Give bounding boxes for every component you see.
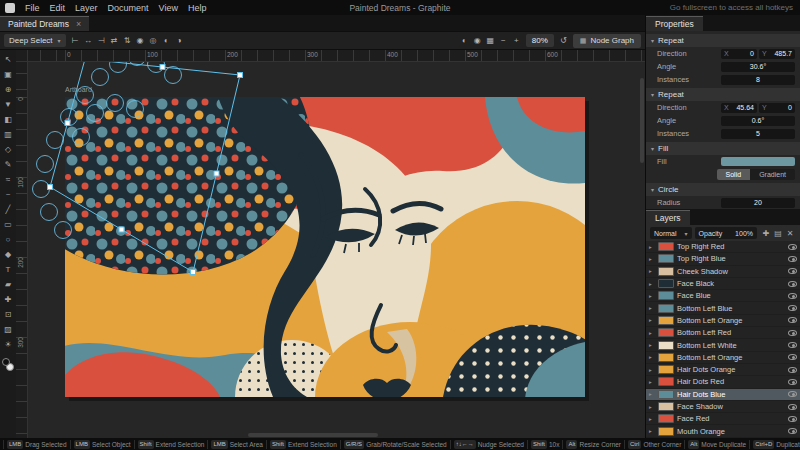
layer-visibility-icon[interactable]: [788, 293, 797, 299]
app-logo-icon[interactable]: [5, 3, 15, 13]
path-tool[interactable]: ◇: [1, 142, 15, 157]
layer-row[interactable]: ▸ Bottom Left White: [646, 339, 800, 351]
zoom-in-icon[interactable]: +: [510, 34, 523, 47]
tab-close-icon[interactable]: ×: [76, 20, 81, 29]
layer-expand-icon[interactable]: ▸: [649, 330, 655, 336]
section-header-circle[interactable]: ▾ Circle: [646, 183, 800, 196]
artboard-tool[interactable]: ▣: [1, 67, 15, 82]
layer-expand-icon[interactable]: ▸: [649, 404, 655, 410]
repeat2-direction-x-input[interactable]: X 45.64: [721, 103, 757, 113]
layer-visibility-icon[interactable]: [788, 305, 797, 311]
layer-visibility-icon[interactable]: [788, 281, 797, 287]
menu-item[interactable]: Help: [183, 0, 212, 15]
layer-expand-icon[interactable]: ▸: [649, 244, 655, 250]
layer-expand-icon[interactable]: ▸: [649, 317, 655, 323]
overlays-toggle-icon[interactable]: ◉: [471, 34, 484, 47]
layer-visibility-icon[interactable]: [788, 416, 797, 422]
relight-tool[interactable]: ☀: [1, 337, 15, 352]
ellipse-tool[interactable]: ○: [1, 232, 15, 247]
polygon-tool[interactable]: ◆: [1, 247, 15, 262]
boolean-subtract-icon[interactable]: ◎: [147, 34, 160, 47]
spline-tool[interactable]: ~: [1, 187, 15, 202]
canvas-viewport[interactable]: Artboard: [28, 62, 645, 438]
layer-expand-icon[interactable]: ▸: [649, 305, 655, 311]
navigate-tool[interactable]: ⊕: [1, 82, 15, 97]
layer-expand-icon[interactable]: ▸: [649, 428, 655, 434]
menu-item[interactable]: Layer: [70, 0, 103, 15]
color-swatches[interactable]: [1, 357, 15, 373]
fill-color-swatch[interactable]: [721, 157, 795, 166]
layer-row[interactable]: ▸ Bottom Left Orange: [646, 352, 800, 364]
align-right-icon[interactable]: ⊣: [95, 34, 108, 47]
repeat2-angle-input[interactable]: 0.6°: [721, 116, 795, 126]
rectangle-tool[interactable]: ▭: [1, 217, 15, 232]
flip-vertical-icon[interactable]: ⇅: [121, 34, 134, 47]
section-header-repeat-2[interactable]: ▾ Repeat: [646, 88, 800, 101]
new-folder-icon[interactable]: ▤: [772, 227, 784, 239]
selection-mode-dropdown[interactable]: Deep Select ▾: [4, 34, 66, 47]
viewport-horizontal-scrollbar[interactable]: [248, 433, 378, 437]
layer-row[interactable]: ▸ Cheek Shadow: [646, 266, 800, 278]
align-center-horizontal-icon[interactable]: ↔: [82, 34, 95, 47]
patch-tool[interactable]: ▨: [1, 322, 15, 337]
layer-visibility-icon[interactable]: [788, 317, 797, 323]
boolean-intersect-icon[interactable]: ◐: [160, 34, 173, 47]
layer-visibility-icon[interactable]: [788, 342, 797, 348]
rotate-reset-icon[interactable]: ↺: [557, 34, 570, 47]
layer-expand-icon[interactable]: ▸: [649, 367, 655, 373]
layer-row[interactable]: ▸ Hair Dots Blue: [646, 389, 800, 401]
layer-visibility-icon[interactable]: [788, 367, 797, 373]
layer-visibility-icon[interactable]: [788, 428, 797, 434]
layer-row[interactable]: ▸ Bottom Left Orange: [646, 315, 800, 327]
menu-item[interactable]: View: [154, 0, 183, 15]
layer-visibility-icon[interactable]: [788, 330, 797, 336]
node-graph-button[interactable]: ▦ Node Graph: [573, 34, 641, 48]
blend-mode-dropdown[interactable]: Normal ▾: [650, 227, 692, 239]
layer-expand-icon[interactable]: ▸: [649, 416, 655, 422]
align-left-icon[interactable]: ⊢: [69, 34, 82, 47]
fill-solid-button[interactable]: Solid: [717, 169, 751, 180]
layer-expand-icon[interactable]: ▸: [649, 256, 655, 262]
repeat1-angle-input[interactable]: 30.6°: [721, 62, 795, 72]
layer-visibility-icon[interactable]: [788, 391, 797, 397]
zoom-out-icon[interactable]: −: [497, 34, 510, 47]
layer-expand-icon[interactable]: ▸: [649, 268, 655, 274]
layer-row[interactable]: ▸ Mouth Orange: [646, 425, 800, 437]
layer-row[interactable]: ▸ Top Right Blue: [646, 253, 800, 265]
fill-gradient-button[interactable]: Gradient: [750, 169, 795, 180]
opacity-slider[interactable]: Opacity 100%: [695, 227, 757, 239]
properties-panel-tab[interactable]: Properties: [646, 15, 800, 31]
boolean-difference-icon[interactable]: ◑: [173, 34, 186, 47]
text-tool[interactable]: T: [1, 262, 15, 277]
layer-visibility-icon[interactable]: [788, 354, 797, 360]
snapping-toggle-icon[interactable]: ▦: [484, 34, 497, 47]
layers-panel-tab[interactable]: Layers: [646, 209, 800, 225]
pen-tool[interactable]: ✎: [1, 157, 15, 172]
layer-row[interactable]: ▸ Bottom Left Red: [646, 327, 800, 339]
flip-horizontal-icon[interactable]: ⇄: [108, 34, 121, 47]
primary-color-swatch[interactable]: [2, 358, 10, 366]
layer-expand-icon[interactable]: ▸: [649, 379, 655, 385]
new-layer-icon[interactable]: ✚: [760, 227, 772, 239]
layer-visibility-icon[interactable]: [788, 379, 797, 385]
layer-row[interactable]: ▸ Hair Dots Orange: [646, 364, 800, 376]
eyedropper-tool[interactable]: ▼: [1, 97, 15, 112]
layer-expand-icon[interactable]: ▸: [649, 391, 655, 397]
layer-row[interactable]: ▸ Hair Dots Red: [646, 376, 800, 388]
delete-layer-icon[interactable]: ✕: [784, 227, 796, 239]
brush-tool[interactable]: ▰: [1, 277, 15, 292]
zoom-level[interactable]: 80%: [526, 34, 554, 47]
layer-visibility-icon[interactable]: [788, 268, 797, 274]
menu-item[interactable]: File: [20, 0, 45, 15]
layer-row[interactable]: ▸ Bottom Left Blue: [646, 302, 800, 314]
repeat2-direction-y-input[interactable]: Y 0: [759, 103, 795, 113]
layer-expand-icon[interactable]: ▸: [649, 281, 655, 287]
circle-radius-input[interactable]: 20: [721, 198, 795, 208]
line-tool[interactable]: ╱: [1, 202, 15, 217]
view-mode-icon[interactable]: ◐: [458, 34, 471, 47]
layer-expand-icon[interactable]: ▸: [649, 354, 655, 360]
section-header-repeat-1[interactable]: ▾ Repeat: [646, 34, 800, 47]
layer-expand-icon[interactable]: ▸: [649, 342, 655, 348]
repeat1-direction-x-input[interactable]: X 0: [721, 49, 757, 59]
select-tool[interactable]: ↖: [1, 52, 15, 67]
